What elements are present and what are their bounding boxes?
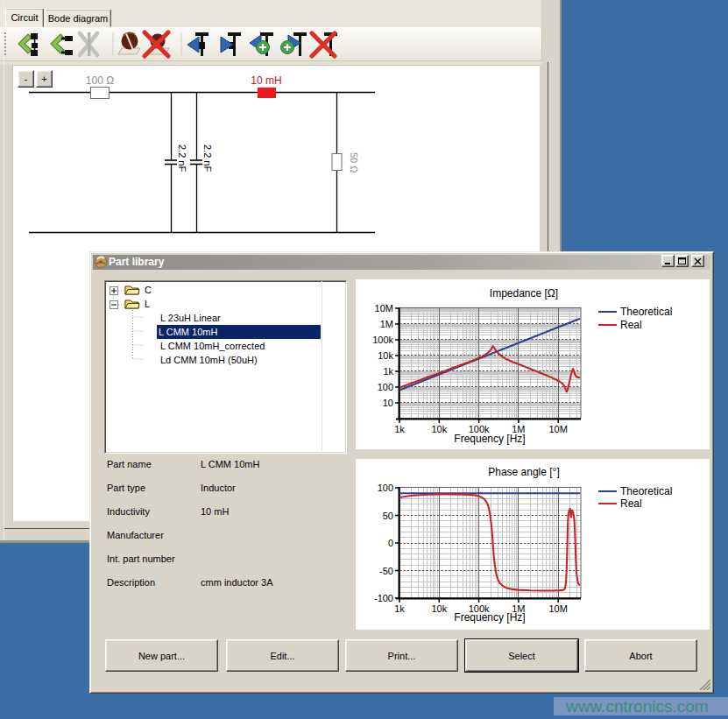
- svg-text:2.2 nF: 2.2 nF: [202, 145, 213, 172]
- svg-text:Real: Real: [620, 319, 642, 331]
- svg-text:Theoretical: Theoretical: [620, 306, 672, 318]
- svg-text:0: 0: [388, 538, 393, 548]
- svg-text:10k: 10k: [431, 603, 447, 614]
- svg-text:50 Ω: 50 Ω: [349, 152, 359, 173]
- svg-text:10k: 10k: [431, 424, 447, 434]
- svg-text:10M: 10M: [548, 424, 567, 434]
- svg-text:1k: 1k: [394, 424, 405, 434]
- svg-text:1k: 1k: [383, 366, 393, 377]
- svg-text:Frequency [Hz]: Frequency [Hz]: [454, 433, 525, 445]
- svg-text:10k: 10k: [378, 350, 393, 361]
- svg-text:Real: Real: [620, 497, 642, 510]
- svg-text:1k: 1k: [394, 603, 405, 614]
- svg-text:10: 10: [383, 398, 393, 408]
- svg-text:100: 100: [378, 382, 393, 392]
- svg-text:1M: 1M: [380, 319, 393, 329]
- svg-text:-50: -50: [379, 566, 393, 576]
- svg-text:-100: -100: [374, 593, 393, 603]
- svg-text:Phase angle [°]: Phase angle [°]: [488, 466, 560, 478]
- svg-text:100k: 100k: [372, 335, 393, 345]
- svg-text:10 mH: 10 mH: [251, 74, 281, 87]
- svg-text:100 Ω: 100 Ω: [86, 74, 114, 87]
- svg-text:10M: 10M: [548, 603, 567, 614]
- svg-text:Theoretical: Theoretical: [620, 485, 672, 497]
- svg-text:Impedance [Ω]: Impedance [Ω]: [490, 287, 558, 300]
- svg-text:Frequency [Hz]: Frequency [Hz]: [454, 611, 525, 624]
- svg-text:2.2 nF: 2.2 nF: [177, 145, 187, 172]
- svg-text:10M: 10M: [375, 303, 393, 314]
- svg-text:50: 50: [383, 511, 393, 521]
- svg-text:100: 100: [378, 483, 393, 493]
